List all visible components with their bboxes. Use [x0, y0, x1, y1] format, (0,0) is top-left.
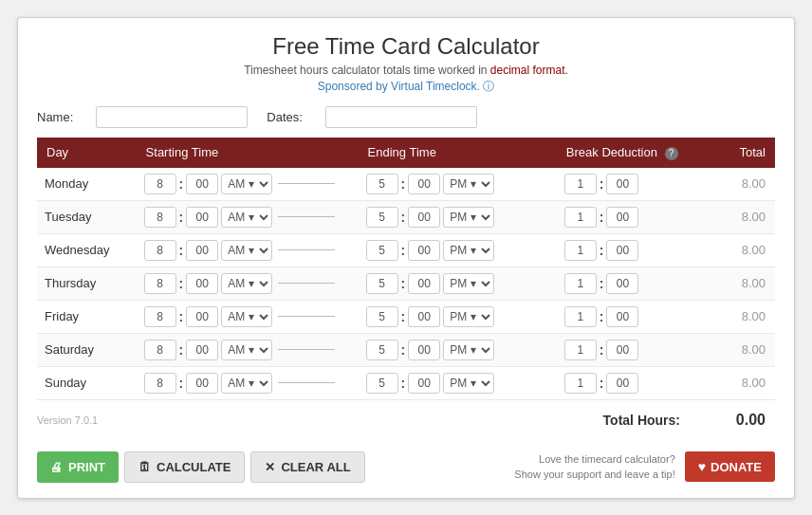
col-day: Day	[37, 138, 137, 168]
break-hour-input[interactable]	[564, 273, 597, 294]
break-minute-input[interactable]	[606, 340, 638, 360]
start-minute-input[interactable]	[186, 207, 218, 228]
time-separator	[278, 349, 335, 350]
start-ampm-select[interactable]: AM ▾ PM ▾	[221, 207, 272, 228]
heart-icon: ♥	[698, 459, 706, 474]
end-ampm-select[interactable]: AM ▾ PM ▾	[443, 240, 494, 261]
end-minute-input[interactable]	[408, 174, 440, 194]
colon: :	[401, 243, 406, 258]
colon: :	[401, 176, 406, 192]
end-minute-input[interactable]	[408, 273, 440, 294]
colon: :	[179, 276, 184, 291]
colon: :	[179, 210, 184, 225]
colon: :	[600, 342, 604, 358]
end-ampm-select[interactable]: AM ▾ PM ▾	[443, 273, 494, 294]
break-hour-input[interactable]	[564, 174, 597, 194]
start-hour-input[interactable]	[144, 174, 176, 194]
start-minute-input[interactable]	[186, 306, 218, 327]
clear-label: CLEAR ALL	[281, 460, 350, 474]
decimal-link[interactable]: decimal format.	[490, 64, 568, 77]
day-label: Sunday	[37, 366, 137, 399]
end-hour-input[interactable]	[366, 373, 398, 394]
table-row: Tuesday : AM ▾ PM ▾ :	[37, 200, 775, 233]
start-hour-input[interactable]	[144, 373, 176, 394]
colon: :	[401, 342, 406, 358]
donate-button[interactable]: ♥ DONATE	[685, 451, 775, 482]
page-title: Free Time Card Calculator	[37, 33, 775, 60]
end-ampm-select[interactable]: AM ▾ PM ▾	[443, 207, 494, 228]
start-ampm-select[interactable]: AM ▾ PM ▾	[221, 340, 272, 360]
start-ampm-select[interactable]: AM ▾ PM ▾	[221, 240, 272, 261]
start-hour-input[interactable]	[144, 240, 176, 261]
start-hour-input[interactable]	[144, 273, 176, 294]
break-minute-input[interactable]	[606, 306, 638, 327]
sponsored-link[interactable]: Sponsored by Virtual Timeclock. ⓘ	[37, 79, 775, 95]
start-minute-input[interactable]	[186, 240, 218, 261]
break-hour-input[interactable]	[564, 373, 597, 394]
print-button[interactable]: 🖨 PRINT	[37, 451, 119, 483]
start-ampm-select[interactable]: AM ▾ PM ▾	[221, 373, 272, 394]
end-ampm-select[interactable]: AM ▾ PM ▾	[443, 306, 494, 327]
end-hour-input[interactable]	[366, 306, 398, 327]
end-hour-input[interactable]	[366, 174, 398, 194]
dates-input[interactable]	[325, 106, 477, 128]
donate-section: Love the timecard calculator? Show your …	[514, 451, 775, 483]
break-minute-input[interactable]	[606, 273, 638, 294]
calculate-label: CALCULATE	[157, 460, 231, 474]
start-minute-input[interactable]	[186, 273, 218, 294]
time-separator	[278, 183, 335, 184]
end-minute-input[interactable]	[408, 240, 440, 261]
colon: :	[600, 309, 604, 324]
break-deduction-cell: :	[557, 333, 715, 366]
break-hour-input[interactable]	[564, 207, 597, 228]
start-minute-input[interactable]	[186, 340, 218, 360]
row-total: 8.00	[715, 333, 775, 366]
end-minute-input[interactable]	[408, 207, 440, 228]
break-hour-input[interactable]	[564, 340, 597, 360]
start-hour-input[interactable]	[144, 207, 176, 228]
break-minute-input[interactable]	[606, 174, 638, 194]
end-minute-input[interactable]	[408, 306, 440, 327]
start-ampm-select[interactable]: AM ▾ PM ▾	[221, 273, 272, 294]
end-hour-input[interactable]	[366, 240, 398, 261]
time-separator	[278, 283, 335, 284]
ending-time-cell: : AM ▾ PM ▾	[359, 366, 557, 399]
start-hour-input[interactable]	[144, 306, 176, 327]
footer-row: 🖨 PRINT 🗓 CALCULATE ✕ CLEAR ALL Love the…	[37, 451, 775, 483]
break-hour-input[interactable]	[564, 240, 597, 261]
donate-text-line1: Love the timecard calculator?	[514, 451, 674, 468]
calculate-button[interactable]: 🗓 CALCULATE	[124, 451, 245, 483]
end-hour-input[interactable]	[366, 273, 398, 294]
break-minute-input[interactable]	[606, 373, 638, 394]
start-hour-input[interactable]	[144, 340, 176, 360]
start-minute-input[interactable]	[186, 174, 218, 194]
end-hour-input[interactable]	[366, 207, 398, 228]
colon: :	[179, 342, 184, 358]
colon: :	[401, 309, 406, 324]
table-header-row: Day Starting Time Ending Time Break Dedu…	[37, 138, 775, 168]
ending-time-cell: : AM ▾ PM ▾	[359, 200, 557, 233]
clear-button[interactable]: ✕ CLEAR ALL	[250, 451, 364, 483]
starting-time-cell: : AM ▾ PM ▾	[137, 366, 359, 399]
time-separator	[278, 249, 335, 250]
end-hour-input[interactable]	[366, 340, 398, 360]
col-total: Total	[715, 138, 775, 168]
start-ampm-select[interactable]: AM ▾ PM ▾	[221, 306, 272, 327]
name-input[interactable]	[96, 106, 248, 128]
end-minute-input[interactable]	[408, 373, 440, 394]
timecard-table: Day Starting Time Ending Time Break Dedu…	[37, 138, 775, 400]
start-minute-input[interactable]	[186, 373, 218, 394]
break-hour-input[interactable]	[564, 306, 597, 327]
calculator-container: Free Time Card Calculator Timesheet hour…	[17, 17, 795, 499]
start-ampm-select[interactable]: AM ▾ PM ▾	[221, 174, 272, 194]
dates-label: Dates:	[267, 110, 303, 124]
end-ampm-select[interactable]: AM ▾ PM ▾	[443, 340, 494, 360]
break-minute-input[interactable]	[606, 240, 638, 261]
end-ampm-select[interactable]: AM ▾ PM ▾	[443, 373, 494, 394]
break-deduction-cell: :	[557, 200, 715, 233]
end-minute-input[interactable]	[408, 340, 440, 360]
end-ampm-select[interactable]: AM ▾ PM ▾	[443, 174, 494, 194]
colon: :	[401, 376, 406, 391]
break-info-icon[interactable]: ?	[665, 147, 678, 160]
break-minute-input[interactable]	[606, 207, 638, 228]
